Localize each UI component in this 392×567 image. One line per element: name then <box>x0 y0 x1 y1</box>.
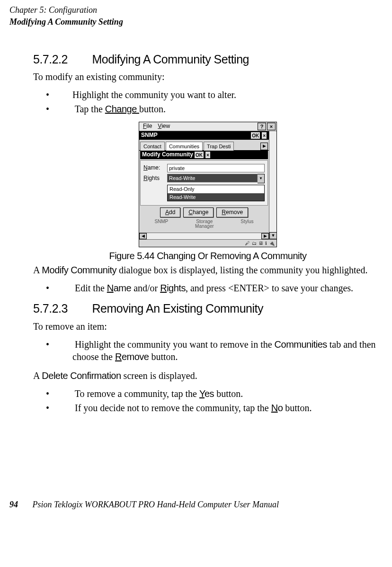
menu-file[interactable]: File <box>140 123 155 130</box>
change-button-label: Change <box>105 104 139 114</box>
vertical-scrollbar[interactable]: ▼ <box>269 131 276 239</box>
heading-text: Removing An Existing Community <box>92 302 263 315</box>
list-item: Tap the Change button. <box>59 103 383 115</box>
screenshot-modify-community: File View ? × SNMP OK × <box>139 122 277 247</box>
scroll-down-arrow[interactable]: ▼ <box>269 232 277 239</box>
option-read-only[interactable]: Read-Only <box>168 185 264 193</box>
communities-term: Communities <box>275 339 327 350</box>
change-button[interactable]: Change <box>183 207 214 218</box>
heading-number: 5.7.2.2 <box>33 52 89 67</box>
rights-label: Rights <box>143 175 167 182</box>
page-number: 94 <box>9 499 30 510</box>
tab-trap-destinations[interactable]: Trap Desti <box>204 142 234 151</box>
tray-icon[interactable]: 🔌 <box>269 240 275 246</box>
taskbar: 🖋 🗂 🖥 ℹ 🔌 <box>139 239 276 247</box>
tray-icon[interactable]: 🖥 <box>258 240 263 246</box>
storage-manager-icon[interactable]: StorageManager <box>195 219 214 229</box>
close-button[interactable]: × <box>267 123 276 130</box>
menu-view[interactable]: View <box>155 123 173 130</box>
tray-icon[interactable]: 🖋 <box>245 240 250 246</box>
body-paragraph: A Delete Confirmation screen is displaye… <box>33 369 383 382</box>
help-button[interactable]: ? <box>258 123 266 130</box>
stylus-icon[interactable]: Stylus <box>241 219 253 224</box>
page-footer: 94 Psion Teklogix WORKABOUT PRO Hand-Hel… <box>9 499 383 510</box>
figure-caption: Figure 5.44 Changing Or Removing A Commu… <box>33 250 383 262</box>
option-read-write[interactable]: Read-Write <box>168 193 264 201</box>
modify-community-panel: Name: private Rights Read-Write ▼ <box>140 160 268 206</box>
add-button[interactable]: Add <box>160 207 180 218</box>
modify-community-term: Modify Community <box>42 265 116 275</box>
intro-text: To remove an item: <box>33 320 383 333</box>
tray-icon[interactable]: ℹ <box>265 240 267 246</box>
modify-ok-button[interactable]: OK <box>194 151 204 159</box>
snmp-close-button[interactable]: × <box>261 132 267 139</box>
heading-text: Modifying A Community Setting <box>92 53 249 66</box>
heading-5-7-2-3: 5.7.2.3 Removing An Existing Community <box>33 301 383 316</box>
list-item: Highlight the community you want to alte… <box>59 89 383 101</box>
modify-community-titlebar: Modify Community OK × <box>140 151 268 159</box>
tab-contact[interactable]: Contact <box>140 142 165 151</box>
menu-bar: File View ? × <box>139 122 276 131</box>
rights-value: Read-Write <box>167 174 258 182</box>
list-item: Highlight the community you want to remo… <box>59 338 383 363</box>
rights-option-list: Read-Only Read-Write <box>167 185 265 201</box>
list-item: To remove a community, tap the Yes butto… <box>59 387 383 400</box>
chapter-heading: Chapter 5: Configuration <box>9 5 383 16</box>
intro-text: To modify an existing community: <box>33 71 383 83</box>
list-item: If you decide not to remove the communit… <box>59 402 383 414</box>
scroll-right-arrow[interactable]: ▶ <box>261 233 269 239</box>
name-label: Name: <box>143 164 167 172</box>
remove-button[interactable]: Remove <box>216 207 248 218</box>
tab-scroll-right[interactable]: ▶ <box>260 143 268 150</box>
snmp-titlebar: SNMP OK × <box>139 131 269 140</box>
desktop-icons: SNMP StorageManager Stylus <box>141 219 267 232</box>
snmp-ok-button[interactable]: OK <box>250 132 260 139</box>
body-paragraph: A Modify Community dialogue box is displ… <box>33 264 383 276</box>
name-input[interactable]: private <box>167 164 265 172</box>
scroll-left-arrow[interactable]: ◀ <box>139 233 147 239</box>
heading-5-7-2-2: 5.7.2.2 Modifying A Community Setting <box>33 52 383 67</box>
horizontal-scrollbar[interactable]: ◀ ▶ <box>139 233 269 239</box>
footer-title: Psion Teklogix WORKABOUT PRO Hand-Held C… <box>33 500 279 509</box>
list-item: Edit the Name and/or Rights, and press <… <box>59 282 383 294</box>
modify-close-button[interactable]: × <box>205 151 211 159</box>
snmp-icon[interactable]: SNMP <box>154 219 168 224</box>
tray-icon[interactable]: 🗂 <box>252 240 257 246</box>
dropdown-arrow-icon[interactable]: ▼ <box>258 174 265 183</box>
rights-dropdown[interactable]: Read-Write ▼ <box>167 174 265 183</box>
tab-communities[interactable]: Communities <box>166 142 203 151</box>
heading-number: 5.7.2.3 <box>33 301 89 316</box>
delete-confirmation-term: Delete Confirmation <box>42 370 121 381</box>
tabs: Contact Communities Trap Desti ▶ <box>139 140 269 151</box>
section-heading: Modifying A Community Setting <box>9 17 383 27</box>
